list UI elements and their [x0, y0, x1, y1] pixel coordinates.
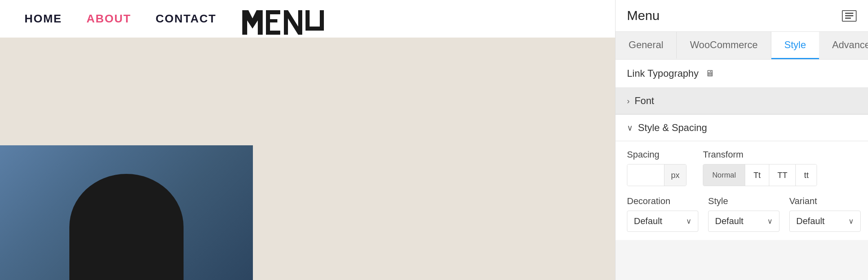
- controls-area: Spacing px Transform Normal Tt TT: [616, 141, 868, 240]
- variant-select[interactable]: Default ∨: [789, 211, 861, 232]
- panel-header: Menu: [616, 0, 868, 32]
- spacing-transform-row: Spacing px Transform Normal Tt TT: [627, 149, 857, 186]
- panel-title: Menu: [627, 8, 660, 23]
- decoration-label: Decoration: [627, 196, 698, 207]
- variant-group: Variant Default ∨: [789, 196, 861, 232]
- panel-content: Link Typography 🖥 › Font ∨ Style & Spaci…: [616, 60, 868, 280]
- tabs: General WooCommerce Style Advanced: [616, 32, 868, 60]
- style-arrow-icon: ∨: [767, 217, 773, 226]
- variant-label: Variant: [789, 196, 861, 207]
- transform-tt-btn[interactable]: Tt: [745, 164, 769, 186]
- style-spacing-section: ∨ Style & Spacing Spacing px: [616, 115, 868, 240]
- tab-style[interactable]: Style: [771, 32, 819, 59]
- head-silhouette: [69, 174, 184, 280]
- transform-buttons: Normal Tt TT tt: [703, 164, 817, 186]
- style-spacing-label: Style & Spacing: [638, 122, 707, 133]
- chevron-right-icon: ›: [627, 96, 630, 106]
- variant-arrow-icon: ∨: [848, 217, 854, 226]
- bottom-controls-row: Decoration Default ∨ Style Default ∨: [627, 196, 857, 232]
- panel-icon[interactable]: [842, 10, 857, 22]
- style-group: Style Default ∨: [708, 196, 779, 232]
- nav-contact[interactable]: CONTACT: [156, 12, 217, 25]
- svg-marker-0: [242, 10, 263, 35]
- spacing-input-group: px: [627, 164, 686, 186]
- tab-advanced[interactable]: Advanced: [819, 32, 868, 59]
- style-select[interactable]: Default ∨: [708, 211, 779, 232]
- svg-marker-7: [284, 10, 302, 35]
- transform-label: Transform: [703, 149, 817, 160]
- svg-rect-17: [845, 13, 853, 14]
- spacing-unit: px: [664, 164, 686, 186]
- nav-home[interactable]: HOME: [24, 12, 62, 25]
- content-area: [0, 38, 615, 280]
- image-preview: [0, 145, 253, 280]
- spacing-group: Spacing px: [627, 149, 686, 186]
- style-spacing-header[interactable]: ∨ Style & Spacing: [616, 115, 868, 141]
- tab-general[interactable]: General: [616, 32, 677, 59]
- decoration-select[interactable]: Default ∨: [627, 211, 698, 232]
- font-label: Font: [635, 95, 654, 107]
- svg-rect-18: [845, 15, 853, 16]
- nav-links: HOME ABOUT CONTACT: [24, 12, 216, 25]
- transform-tt-lower-btn[interactable]: tt: [796, 164, 817, 186]
- spacing-input[interactable]: [627, 164, 664, 186]
- link-typography-section: Link Typography 🖥: [616, 60, 868, 88]
- tab-woocommerce[interactable]: WooCommerce: [677, 32, 771, 59]
- transform-normal-btn[interactable]: Normal: [703, 164, 745, 186]
- font-section-header[interactable]: › Font: [627, 95, 857, 107]
- svg-rect-10: [306, 27, 324, 31]
- svg-rect-3: [266, 19, 277, 22]
- svg-rect-19: [845, 18, 851, 19]
- style-value: Default: [715, 216, 744, 227]
- monitor-icon: 🖥: [705, 68, 714, 79]
- spacing-label: Spacing: [627, 149, 686, 160]
- font-section: › Font: [616, 88, 868, 114]
- transform-TT-btn[interactable]: TT: [769, 164, 796, 186]
- link-typography-label: Link Typography: [627, 68, 699, 79]
- transform-group: Transform Normal Tt TT tt: [703, 149, 817, 186]
- decoration-group: Decoration Default ∨: [627, 196, 698, 232]
- settings-panel: Menu General WooCommerce Style Advanced …: [615, 0, 868, 280]
- nav-about[interactable]: ABOUT: [86, 12, 131, 25]
- decoration-arrow-icon: ∨: [686, 217, 691, 226]
- preview-panel: HOME ABOUT CONTACT: [0, 0, 615, 280]
- nav-bar: HOME ABOUT CONTACT: [0, 0, 615, 38]
- svg-rect-4: [266, 31, 280, 35]
- chevron-down-icon: ∨: [627, 123, 633, 133]
- decoration-value: Default: [634, 216, 662, 227]
- variant-value: Default: [796, 216, 825, 227]
- style-label: Style: [708, 196, 779, 207]
